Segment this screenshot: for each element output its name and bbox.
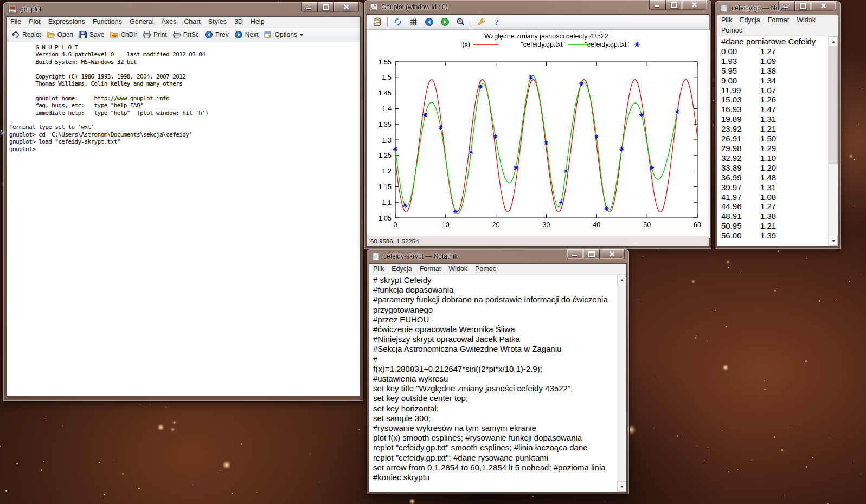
caption-buttons [567, 249, 625, 259]
menu-item-edycja[interactable]: Edycja [736, 15, 764, 25]
menu-item-plik[interactable]: Plik [717, 15, 736, 25]
next-zoom-icon [440, 17, 450, 27]
data-row: 11.991.07 [721, 86, 827, 95]
data-text-area[interactable]: #dane pomiarowe Cefeidy0.001.271.931.095… [717, 36, 829, 246]
script-notepad-body: # skrypt Cefeidy #funkcja dopasowania #p… [369, 275, 626, 492]
save-button[interactable]: Save [76, 29, 107, 40]
cepheid-chart: 01020304050601.051.11.151.21.251.31.351.… [367, 30, 710, 238]
menu-item-chart[interactable]: Chart [180, 17, 204, 27]
menu-item-3d[interactable]: 3D [230, 17, 247, 27]
brightness-value: 1.26 [760, 95, 776, 105]
menu-item-pomoc[interactable]: Pomoc [717, 25, 746, 36]
close-button[interactable] [811, 1, 836, 11]
script-notepad-title-bar[interactable]: cefeidy-skrypt — Notatnik [367, 249, 629, 263]
minimize-button[interactable] [649, 0, 666, 10]
close-button[interactable] [599, 249, 625, 259]
data-row: 32.921.10 [721, 153, 827, 163]
minimize-button[interactable] [778, 1, 795, 11]
phase-value: 9.00 [721, 76, 760, 86]
menu-item-plik[interactable]: Plik [369, 264, 388, 274]
copy-plot-button[interactable] [371, 16, 383, 28]
minimize-button[interactable] [567, 249, 583, 259]
caption-buttons [302, 2, 359, 12]
script-notepad-title: cefeidy-skrypt — Notatnik [383, 253, 458, 260]
brightness-value: 1.08 [760, 192, 776, 202]
menu-item-format[interactable]: Format [764, 15, 793, 25]
data-row: 16.931.47 [721, 105, 827, 114]
data-point-asterisk [529, 75, 533, 80]
menu-item-widok[interactable]: Widok [793, 15, 819, 25]
maximize-button[interactable] [665, 0, 682, 10]
scroll-down-button[interactable] [829, 236, 838, 246]
phase-value: 0.00 [721, 47, 760, 56]
data-row: 0.001.27 [721, 47, 827, 56]
maximize-button[interactable] [794, 1, 811, 11]
chdir-button[interactable]: ChDir [107, 29, 140, 40]
toggle-grid-button[interactable] [407, 16, 420, 28]
triangle-down-icon [832, 240, 835, 244]
phase-value: 36.99 [721, 173, 760, 183]
data-point-asterisk [605, 206, 609, 211]
menu-item-pomoc[interactable]: Pomoc [471, 264, 500, 274]
menu-item-widok[interactable]: Widok [445, 264, 471, 274]
autoscale-button[interactable] [454, 16, 467, 28]
data-row: 1.931.09 [721, 56, 827, 66]
phase-value: 16.93 [721, 105, 760, 114]
options-button[interactable]: Options [261, 29, 305, 40]
menu-item-format[interactable]: Format [416, 264, 445, 274]
menu-item-edycja[interactable]: Edycja [388, 264, 416, 274]
script-vertical-scrollbar[interactable] [617, 275, 626, 492]
menu-item-general[interactable]: General [126, 17, 157, 27]
console-output[interactable]: G N U P L O T Version 4.6 patchlevel 0 l… [7, 42, 360, 153]
menu-item-help[interactable]: Help [247, 17, 268, 27]
phase-value: 15.03 [721, 95, 760, 105]
menu-item-styles[interactable]: Styles [204, 17, 230, 27]
prev-label: Prev [215, 31, 229, 38]
scroll-down-button[interactable] [617, 481, 626, 492]
replot-button[interactable]: Replot [9, 29, 44, 40]
console-toolbar: ReplotOpenSaveChDirPrintPrtScPrevNextOpt… [7, 28, 360, 42]
next-zoom-button[interactable] [439, 16, 451, 28]
plot-canvas[interactable]: 01020304050601.051.11.151.21.251.31.351.… [367, 30, 710, 238]
script-text-area[interactable]: # skrypt Cefeidy #funkcja dopasowania #p… [369, 275, 617, 492]
minimize-button[interactable] [301, 2, 318, 12]
data-notepad-client-area: PlikEdycjaFormatWidokPomoc #dane pomiaro… [717, 15, 838, 247]
menu-item-expressions[interactable]: Expressions [44, 17, 89, 27]
data-point-asterisk [564, 169, 568, 173]
graph-toolbar: ? [367, 15, 709, 30]
prtsc-button[interactable]: PrtSc [170, 29, 202, 40]
prev-button[interactable]: Prev [202, 29, 232, 40]
print-button[interactable]: Print [140, 29, 170, 40]
toolbar-separator [471, 17, 471, 27]
settings-button[interactable] [475, 16, 487, 28]
x-tick-label: 50 [643, 221, 651, 229]
data-row: 41.971.08 [721, 192, 827, 202]
close-button[interactable] [333, 2, 359, 12]
scroll-up-button[interactable] [617, 275, 626, 285]
open-button[interactable]: Open [44, 29, 76, 40]
maximize-button[interactable] [583, 249, 600, 259]
data-point-asterisk [469, 150, 473, 154]
console-title-bar[interactable]: gnuplot [3, 2, 363, 16]
legend-label-fit: f(x) [460, 41, 470, 48]
brightness-value: 1.38 [760, 66, 776, 76]
menu-item-axes[interactable]: Axes [157, 17, 180, 27]
phase-value: 11.99 [721, 86, 760, 95]
menu-item-plot[interactable]: Plot [25, 17, 44, 27]
replot-button[interactable] [392, 16, 404, 28]
menu-item-file[interactable]: File [7, 17, 25, 27]
maximize-button[interactable] [317, 2, 334, 12]
data-row: 36.991.48 [721, 173, 827, 183]
brightness-value: 1.38 [760, 211, 776, 221]
data-vertical-scrollbar[interactable] [828, 36, 838, 246]
scrollbar-thumb[interactable] [829, 46, 838, 164]
previous-zoom-button[interactable] [423, 16, 435, 28]
next-button[interactable]: Next [232, 29, 261, 40]
menu-item-functions[interactable]: Functions [89, 17, 126, 27]
data-notepad-title-bar[interactable]: cefeidy.gp — Notat... [715, 1, 841, 15]
open-folder-icon [47, 30, 55, 39]
close-button[interactable] [682, 0, 707, 10]
graph-title-bar[interactable]: Gnuplot (window id : 0) [364, 0, 711, 14]
help-button[interactable]: ? [491, 16, 503, 28]
brightness-value: 1.34 [760, 76, 776, 86]
